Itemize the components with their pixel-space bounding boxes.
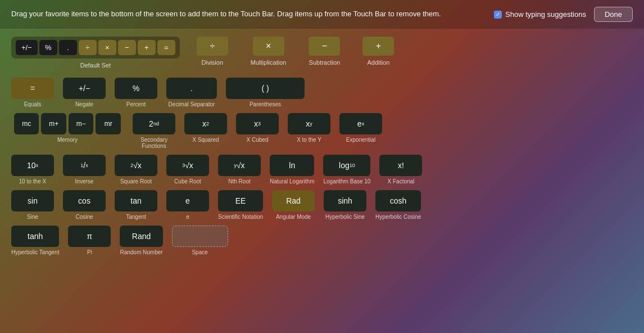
btn-mplus[interactable]: m+ [41, 113, 66, 134]
standalone-ops: ÷ Division × Multiplication − Subtractio… [197, 37, 394, 66]
item-space: Space [172, 226, 228, 255]
item-decimal: . Decimal Separator [166, 78, 217, 107]
item-ln: ln Natural Logarithm [270, 155, 314, 184]
btn-pi[interactable]: π [68, 226, 111, 247]
division-label: Division [202, 59, 224, 66]
item-parentheses: ( ) Parentheses [226, 78, 305, 107]
label-pi: Pi [87, 249, 92, 255]
subtraction-label: Subtraction [309, 59, 341, 66]
btn-secondary[interactable]: 2nd [133, 113, 175, 134]
show-typing-label: Show typing suggestions [505, 10, 586, 19]
btn-mc[interactable]: mc [14, 113, 39, 134]
btn-equals-ds[interactable]: = [157, 40, 175, 55]
btn-addition[interactable]: + [362, 37, 394, 56]
btn-10x[interactable]: 10x [11, 155, 54, 176]
item-ee: EE Scientific Notation [218, 190, 263, 220]
top-bar: Drag your favorite items to the bottom o… [0, 0, 644, 29]
label-xsquared: X Squared [192, 137, 219, 143]
item-tan: tan Tangent [115, 190, 157, 220]
btn-division[interactable]: ÷ [197, 37, 228, 56]
btn-cbrt[interactable]: 3√x [166, 155, 209, 176]
item-cosh: cosh Hyperbolic Cosine [375, 190, 421, 220]
label-negate: Negate [75, 101, 93, 107]
item-10x: 10x 10 to the X [11, 155, 54, 184]
label-sinh: Hyperbolic Sine [325, 214, 365, 220]
label-xtoy: X to the Y [297, 137, 321, 143]
btn-mminus[interactable]: m− [69, 113, 94, 134]
btn-factorial[interactable]: x! [379, 155, 422, 176]
btn-sinh[interactable]: sinh [324, 190, 366, 212]
btn-log10[interactable]: log10 [323, 155, 370, 176]
label-tanh: Hyperbolic Tangent [11, 249, 59, 255]
item-nthroot: y√x Nth Root [218, 155, 261, 184]
btn-multiplication[interactable]: × [253, 37, 284, 56]
btn-ln[interactable]: ln [270, 155, 314, 176]
label-nthroot: Nth Root [228, 178, 250, 184]
default-set-row: +/− % . ÷ × − + = Default Set ÷ Division… [11, 37, 633, 69]
item-sqrt: 2√x Square Root [115, 155, 157, 184]
btn-nthroot[interactable]: y√x [218, 155, 261, 176]
item-e: e e [166, 190, 209, 220]
item-negate: +/− Negate [63, 78, 106, 107]
btn-ee[interactable]: EE [218, 190, 263, 212]
btn-inverse[interactable]: 1/x [63, 155, 106, 176]
label-parentheses: Parentheses [250, 101, 281, 107]
label-secondary: SecondaryFunctions [140, 137, 167, 149]
op-division: ÷ Division [197, 37, 228, 66]
label-exponential: Exponential [346, 137, 375, 143]
btn-percent[interactable]: % [39, 40, 57, 55]
label-cos: Cosine [75, 214, 93, 220]
btn-rad[interactable]: Rad [272, 190, 315, 212]
btn-space[interactable] [172, 226, 228, 247]
btn-cosh[interactable]: cosh [375, 190, 421, 212]
item-pi: π Pi [68, 226, 111, 255]
row-3: 10x 10 to the X 1/x Inverse 2√x Square R… [11, 155, 633, 184]
btn-exponential[interactable]: ex [339, 113, 382, 134]
btn-tanh[interactable]: tanh [11, 226, 59, 247]
btn-sin[interactable]: sin [11, 190, 54, 212]
btn-mr[interactable]: mr [96, 113, 121, 134]
btn-subtraction[interactable]: − [309, 37, 340, 56]
btn-xtoy[interactable]: xy [288, 113, 330, 134]
btn-parentheses[interactable]: ( ) [226, 78, 305, 99]
btn-multiply-ds[interactable]: × [98, 40, 116, 55]
item-inverse: 1/x Inverse [63, 155, 106, 184]
item-rand: Rand Random Number [120, 226, 162, 255]
typing-checkbox[interactable]: ✓ [494, 11, 502, 19]
btn-xsquared[interactable]: x2 [184, 113, 227, 134]
item-log10: log10 Logarithm Base 10 [323, 155, 370, 184]
btn-sqrt[interactable]: 2√x [115, 155, 157, 176]
label-inverse: Inverse [75, 178, 94, 184]
instruction-text: Drag your favorite items to the bottom o… [11, 9, 441, 19]
item-factorial: x! X Factorial [379, 155, 422, 184]
row-4: sin Sine cos Cosine tan Tangent e e EE S… [11, 190, 633, 220]
btn-xcubed[interactable]: x3 [236, 113, 279, 134]
default-set-group: +/− % . ÷ × − + = Default Set [11, 37, 180, 69]
btn-e[interactable]: e [166, 190, 209, 212]
btn-rand[interactable]: Rand [120, 226, 162, 247]
btn-cos[interactable]: cos [63, 190, 106, 212]
item-cbrt: 3√x Cube Root [166, 155, 209, 184]
item-secondary: 2nd SecondaryFunctions [133, 113, 175, 149]
item-xsquared: x2 X Squared [184, 113, 227, 143]
btn-tan[interactable]: tan [115, 190, 157, 212]
done-button[interactable]: Done [594, 7, 633, 22]
btn-negate-r[interactable]: +/− [63, 78, 106, 99]
btn-negate[interactable]: +/− [16, 40, 38, 55]
label-log10: Logarithm Base 10 [323, 178, 370, 184]
row-5: tanh Hyperbolic Tangent π Pi Rand Random… [11, 226, 633, 255]
item-xcubed: x3 X Cubed [236, 113, 279, 143]
label-cosh: Hyperbolic Cosine [375, 214, 421, 220]
show-typing-container[interactable]: ✓ Show typing suggestions [494, 10, 586, 19]
btn-decimal-r[interactable]: . [166, 78, 217, 99]
btn-decimal[interactable]: . [59, 40, 77, 55]
btn-divide-ds[interactable]: ÷ [79, 40, 97, 55]
label-space: Space [192, 249, 207, 255]
btn-equals[interactable]: = [11, 78, 54, 99]
btn-percent-r[interactable]: % [115, 78, 157, 99]
item-tanh: tanh Hyperbolic Tangent [11, 226, 59, 255]
btn-add-ds[interactable]: + [138, 40, 156, 55]
memory-buttons: mc m+ m− mr [14, 113, 121, 134]
addition-label: Addition [368, 59, 390, 66]
btn-subtract-ds[interactable]: − [118, 40, 136, 55]
